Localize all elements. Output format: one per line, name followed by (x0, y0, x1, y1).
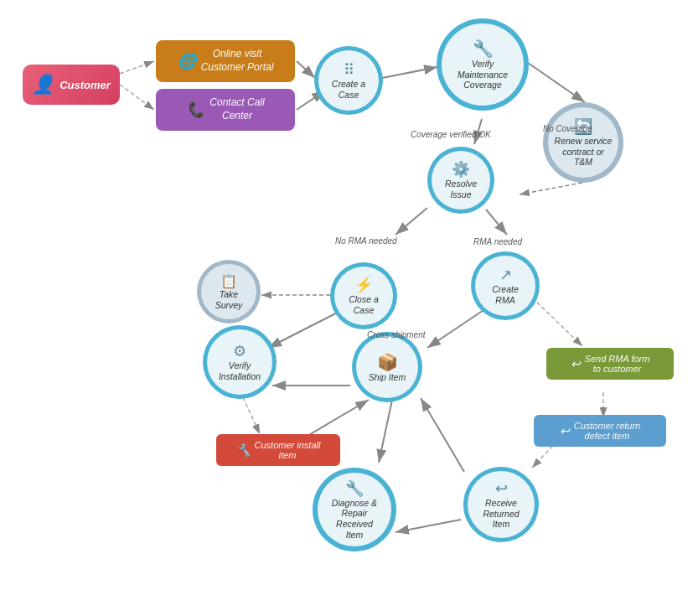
ship-item-label: Ship Item (365, 372, 409, 383)
svg-line-4 (297, 61, 315, 78)
ship-item-icon: 📦 (377, 352, 398, 372)
rma-needed-label: RMA needed (473, 237, 522, 246)
renew-service-icon: 🔄 (574, 117, 592, 136)
close-case-node: ⚡ Close aCase (330, 262, 397, 329)
svg-line-10 (396, 208, 427, 235)
verify-install-icon: ⚙ (233, 342, 246, 360)
svg-line-21 (421, 398, 464, 472)
verify-coverage-icon: 🔧 (473, 39, 494, 59)
contact-call-node: 📞 Contact Call Center (156, 89, 295, 131)
resolve-issue-node: ⚙️ ResolveIssue (427, 147, 494, 214)
svg-line-6 (382, 67, 437, 78)
svg-line-22 (396, 520, 461, 532)
take-survey-node: 📋 TakeSurvey (197, 260, 261, 324)
diagram: 👤 Customer 🌐 Online visit Customer Porta… (0, 0, 698, 616)
diagnose-icon: 🔧 (345, 479, 364, 498)
receive-returned-icon: ↩ (495, 479, 508, 498)
no-rma-label: No RMA needed (335, 236, 397, 246)
customer-install-node: 🔧 Customer installitem (216, 434, 340, 466)
customer-return-label: Customer returndefect item (574, 421, 640, 441)
svg-line-15 (532, 446, 553, 468)
receive-returned-label: ReceiveReturnedItem (479, 498, 522, 530)
receive-returned-node: ↩ ReceiveReturnedItem (463, 467, 539, 542)
customer-return-node: ↩ Customer returndefect item (534, 415, 666, 447)
verify-install-label: VerifyInstallation (215, 360, 264, 381)
resolve-issue-icon: ⚙️ (452, 160, 470, 179)
svg-line-18 (379, 400, 392, 463)
online-portal-node: 🌐 Online visit Customer Portal (156, 40, 295, 82)
svg-line-19 (243, 397, 260, 434)
verify-coverage-label: VerifyMaintenanceCoverage (454, 59, 511, 91)
take-survey-label: TakeSurvey (212, 289, 246, 310)
svg-line-3 (120, 85, 154, 110)
take-survey-icon: 📋 (220, 273, 237, 289)
resolve-issue-label: ResolveIssue (442, 179, 480, 199)
customer-node: 👤 Customer (23, 65, 120, 105)
online-portal-label: Online visit Customer Portal (201, 48, 274, 74)
create-case-icon: ⠿ (344, 60, 354, 79)
create-rma-icon: ↗ (499, 266, 512, 284)
renew-service-node: 🔄 Renew servicecontract orT&M (543, 102, 623, 183)
create-rma-node: ↗ CreateRMA (471, 251, 540, 320)
close-case-label: Close aCase (345, 294, 382, 315)
svg-line-13 (532, 298, 582, 346)
coverage-ok-label: Coverage verified OK (411, 130, 491, 139)
customer-install-label: Customer installitem (255, 440, 321, 460)
svg-line-9 (520, 183, 582, 194)
renew-service-label: Renew servicecontract orT&M (551, 136, 616, 168)
send-rma-label: Send RMA formto customer (585, 354, 650, 374)
create-case-label: Create aCase (328, 79, 369, 100)
send-rma-node: ↩ Send RMA formto customer (546, 348, 674, 380)
diagnose-label: Diagnose &RepairReceivedItem (328, 498, 380, 540)
create-rma-label: CreateRMA (489, 284, 522, 305)
svg-line-7 (474, 119, 482, 144)
contact-call-label: Contact Call Center (209, 96, 264, 122)
close-case-icon: ⚡ (354, 276, 373, 294)
ship-item-node: 📦 Ship Item (352, 332, 422, 402)
diagnose-node: 🔧 Diagnose &RepairReceivedItem (313, 468, 396, 551)
svg-line-8 (528, 63, 585, 102)
customer-icon: 👤 (32, 74, 54, 96)
svg-line-2 (120, 61, 154, 74)
verify-coverage-node: 🔧 VerifyMaintenanceCoverage (437, 18, 529, 111)
verify-install-node: ⚙ VerifyInstallation (203, 325, 277, 399)
create-case-node: ⠿ Create aCase (314, 46, 383, 115)
customer-label: Customer (59, 79, 111, 91)
